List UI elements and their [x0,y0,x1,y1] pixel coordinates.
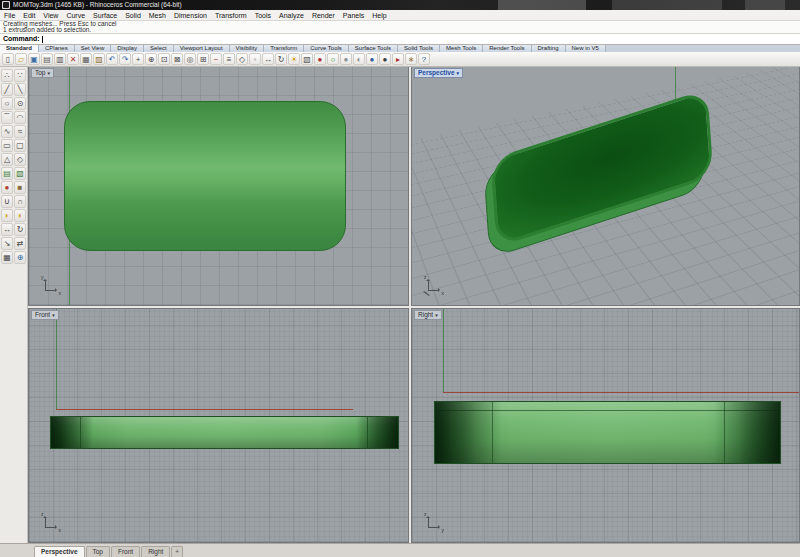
cut-icon[interactable]: ✕ [67,53,79,65]
record-history-icon[interactable]: ◦ [249,53,261,65]
polygon-icon[interactable]: △ [1,153,13,166]
move-icon[interactable]: ↔ [262,53,274,65]
toolbar-tab-select[interactable]: Select [144,45,174,52]
viewport-front[interactable]: Front ▾ zx [28,308,409,543]
save-icon[interactable]: ▣ [28,53,40,65]
ortho-icon[interactable]: − [210,53,222,65]
viewport-label-top[interactable]: Top ▾ [31,68,54,78]
toolbar-tab-drafting[interactable]: Drafting [532,45,566,52]
viewport-label-front[interactable]: Front ▾ [31,310,59,320]
line-icon[interactable]: ╲ [14,83,26,96]
help-icon[interactable]: ? [418,53,430,65]
toolbar-tab-render-tools[interactable]: Render Tools [483,45,531,52]
select-brush-icon[interactable]: ▸ [392,53,404,65]
circle-icon[interactable]: ○ [1,97,13,110]
viewport-label-perspective[interactable]: Perspective ▾ [414,68,463,78]
polyline-icon[interactable]: ╱ [1,83,13,96]
toolbar-tab-visibility[interactable]: Visibility [230,45,265,52]
render-green-ring-icon[interactable]: ○ [327,53,339,65]
toolbar-tab-transform[interactable]: Transform [264,45,304,52]
zoom-window-icon[interactable]: ⊡ [158,53,170,65]
model-object-right-view[interactable] [434,401,781,464]
array-icon[interactable]: ▦ [1,251,13,264]
move-icon[interactable]: ↔ [1,223,13,236]
rectangle-icon[interactable]: ▭ [1,139,13,152]
boolean-union-icon[interactable]: ∪ [1,195,13,208]
box-icon[interactable]: ■ [14,181,26,194]
menu-item-dimension[interactable]: Dimension [170,10,211,21]
grid-snap-icon[interactable]: ⊞ [197,53,209,65]
menu-item-mesh[interactable]: Mesh [145,10,170,21]
model-object-top-view[interactable] [64,101,346,251]
viewport-tab-right[interactable]: Right [141,546,170,557]
arc-start-end-icon[interactable]: ◠ [14,111,26,124]
menu-item-panels[interactable]: Panels [339,10,368,21]
viewport-tab-top[interactable]: Top [86,546,110,557]
control-point-curve-icon[interactable]: ∵ [14,69,26,82]
viewport-label-right[interactable]: Right ▾ [414,310,442,320]
sphere-icon[interactable]: ● [1,181,13,194]
viewport-top[interactable]: Top ▾ yx [28,66,409,306]
viewport-tab-perspective[interactable]: Perspective [34,546,85,557]
circle-3pt-icon[interactable]: ⊙ [14,97,26,110]
rounded-rectangle-icon[interactable]: ▢ [14,139,26,152]
menu-item-analyze[interactable]: Analyze [275,10,308,21]
rotate-view-icon[interactable]: ↻ [275,53,287,65]
toolbar-tab-mesh-tools[interactable]: Mesh Tools [440,45,483,52]
toolbar-tab-standard[interactable]: Standard [0,45,39,52]
toolbar-tab-display[interactable]: Display [111,45,144,52]
ellipse-icon[interactable]: ◇ [14,153,26,166]
toolbar-tab-curve-tools[interactable]: Curve Tools [304,45,349,52]
boolean-difference-icon[interactable]: ∩ [14,195,26,208]
print-icon[interactable]: ▤ [41,53,53,65]
new-file-icon[interactable]: ▯ [2,53,14,65]
new-viewport-tab-button[interactable]: + [171,546,183,557]
pan-icon[interactable]: + [132,53,144,65]
menu-item-help[interactable]: Help [368,10,390,21]
zoom-dynamic-icon[interactable]: ⊕ [145,53,157,65]
shaded-sphere-gray-icon[interactable]: ● [340,53,352,65]
shaded-sphere-silver-icon[interactable]: ◐ [353,53,365,65]
menu-item-render[interactable]: Render [308,10,339,21]
toolbar-tab-solid-tools[interactable]: Solid Tools [398,45,440,52]
toolbar-tab-surface-tools[interactable]: Surface Tools [349,45,398,52]
extrude-surface-icon[interactable]: ▤ [1,167,13,180]
light-icon[interactable]: ☀ [288,53,300,65]
redo-icon[interactable]: ↷ [119,53,131,65]
title-bar[interactable]: MOMToy.3dm (1465 KB) - Rhinoceros Commer… [0,0,800,10]
toolbar-tab-cplanes[interactable]: CPlanes [39,45,75,52]
toolbar-tab-new-in-v5[interactable]: New in V5 [566,45,606,52]
freeform-curve-icon[interactable]: ∿ [1,125,13,138]
menu-item-transform[interactable]: Transform [211,10,251,21]
join-icon[interactable]: ⊕ [14,251,26,264]
viewport-tab-front[interactable]: Front [111,546,140,557]
toolbar-tab-viewport-layout[interactable]: Viewport Layout [174,45,230,52]
model-object-front-view[interactable] [50,416,399,449]
shaded-sphere-dark-icon[interactable]: ● [379,53,391,65]
chamfer-edge-icon[interactable]: ◖ [14,209,26,222]
menu-item-tools[interactable]: Tools [251,10,275,21]
mirror-icon[interactable]: ⇄ [14,237,26,250]
fillet-edge-icon[interactable]: ◗ [1,209,13,222]
rotate-icon[interactable]: ↻ [14,223,26,236]
surface-from-curves-icon[interactable]: ▧ [14,167,26,180]
copy-to-clipboard-icon[interactable]: ▥ [54,53,66,65]
planar-mode-icon[interactable]: ≡ [223,53,235,65]
copy-icon[interactable]: ▦ [80,53,92,65]
layers-icon[interactable]: ▧ [301,53,313,65]
scale-icon[interactable]: ↘ [1,237,13,250]
undo-icon[interactable]: ↶ [106,53,118,65]
arc-icon[interactable]: ⌒ [1,111,13,124]
shaded-sphere-blue-icon[interactable]: ● [366,53,378,65]
open-file-icon[interactable]: ▱ [15,53,27,65]
zoom-extents-icon[interactable]: ⊠ [171,53,183,65]
viewport-perspective[interactable]: Perspective ▾ zx [411,66,800,306]
osnap-icon[interactable]: ◇ [236,53,248,65]
command-input[interactable]: Command: [0,33,800,45]
point-icon[interactable]: ∴ [1,69,13,82]
render-red-sphere-icon[interactable]: ● [314,53,326,65]
options-icon[interactable]: ∗ [405,53,417,65]
interpolate-curve-icon[interactable]: ≈ [14,125,26,138]
viewport-right[interactable]: Right ▾ zy [411,308,800,543]
toolbar-tab-set-view[interactable]: Set View [75,45,112,52]
